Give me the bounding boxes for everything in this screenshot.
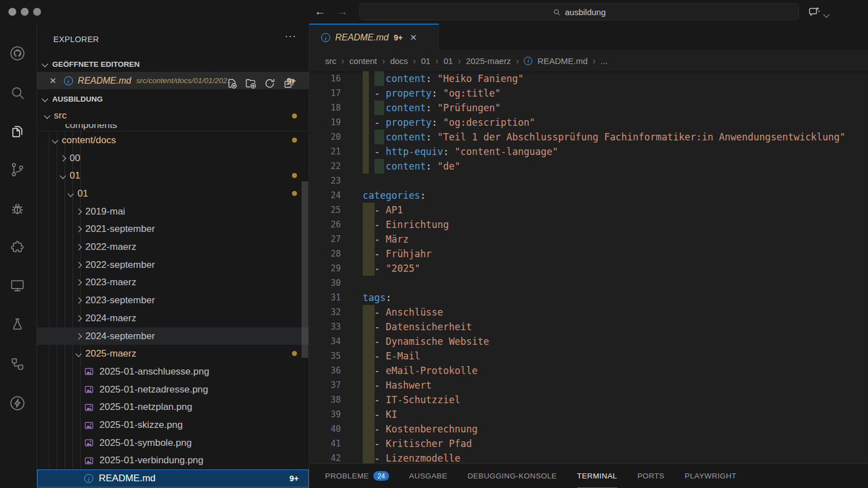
- tree-item-01[interactable]: 01: [37, 167, 309, 185]
- editor-code-area[interactable]: 16 content: "Heiko Fanieng"17 - property…: [309, 71, 868, 463]
- tree-item-2025-01-netzplan-png[interactable]: 2025-01-netzplan.png: [37, 399, 309, 417]
- line-number: 35: [309, 349, 341, 363]
- line-number: 38: [309, 393, 341, 407]
- tree-item-label: 2025-01-skizze.png: [99, 419, 182, 431]
- window-close-button[interactable]: [8, 8, 16, 16]
- tree-item-2025-01-netzadresse-png[interactable]: 2025-01-netzadresse.png: [37, 381, 309, 399]
- tree-item-01[interactable]: 01: [37, 185, 309, 203]
- tree-item-2024-maerz[interactable]: 2024-maerz: [37, 309, 309, 327]
- tree-item-content-docs[interactable]: content/docs: [37, 131, 309, 149]
- code-line-35[interactable]: 35 - E-Mail: [309, 349, 868, 363]
- window-zoom-button[interactable]: [33, 8, 41, 16]
- activity-source-control-icon[interactable]: [9, 161, 27, 179]
- code-line-27[interactable]: 27 - März: [309, 232, 868, 247]
- activity-github-icon[interactable]: [9, 45, 27, 63]
- tree-item-2025-01-verbindung-png[interactable]: 2025-01-verbindung.png: [37, 452, 309, 470]
- window-minimize-button[interactable]: [21, 8, 29, 16]
- tree-item-label: 2024-maerz: [85, 313, 136, 324]
- code-line-26[interactable]: 26 - Einrichtung: [309, 217, 868, 232]
- code-line-36[interactable]: 36 - eMail-Protokolle: [309, 363, 868, 378]
- activity-puzzle-icon[interactable]: [9, 239, 27, 257]
- tree-item-00[interactable]: 00: [37, 149, 309, 167]
- code-text: - IT-Schutzziel: [363, 393, 460, 407]
- breadcrumb-file[interactable]: README.md: [537, 56, 587, 66]
- code-line-32[interactable]: 32 - Anschlüsse: [309, 305, 868, 320]
- activity-debug-icon[interactable]: [9, 200, 27, 218]
- sidebar-scrollbar[interactable]: [301, 181, 308, 358]
- code-line-23[interactable]: 23: [309, 174, 868, 188]
- panel-tab-playwright[interactable]: PLAYWRIGHT: [684, 464, 736, 488]
- tree-item-label: 2025-maerz: [85, 348, 136, 359]
- line-number: 40: [309, 422, 341, 436]
- tree-item-2025-01-symbole-png[interactable]: 2025-01-symbole.png: [37, 434, 309, 452]
- code-line-17[interactable]: 17 - property: "og:title": [309, 86, 868, 101]
- code-line-38[interactable]: 38 - IT-Schutzziel: [309, 393, 868, 407]
- breadcrumb-item[interactable]: 01: [444, 56, 453, 66]
- tree-item-label: 2025-01-anschluesse.png: [99, 366, 209, 377]
- tab-readme[interactable]: i README.md 9+ ✕: [309, 24, 439, 51]
- code-line-39[interactable]: 39 - KI: [309, 407, 868, 422]
- tree-item-2025-01-skizze-png[interactable]: 2025-01-skizze.png: [37, 416, 309, 434]
- activity-hierarchy-icon[interactable]: [9, 355, 27, 373]
- panel-tab-ausgabe[interactable]: AUSGABE: [409, 464, 447, 488]
- tree-item-readme-md[interactable]: iREADME.md9+: [37, 469, 309, 487]
- tree-item-2022-september[interactable]: 2022-september: [37, 256, 309, 274]
- tree-item-src[interactable]: src: [37, 107, 309, 124]
- tree-item-2022-maerz[interactable]: 2022-maerz: [37, 238, 309, 256]
- code-text: - Datensicherheit: [363, 320, 472, 334]
- code-line-20[interactable]: 20 content: "Teil 1 der Abschlussprüfung…: [309, 130, 868, 144]
- tree-item-label: 2021-september: [85, 224, 155, 235]
- code-line-42[interactable]: 42 - Lizenzmodelle: [309, 451, 868, 463]
- panel-tab-probleme[interactable]: PROBLEME24: [325, 464, 389, 488]
- breadcrumb-more[interactable]: ...: [601, 56, 608, 66]
- activity-remote-monitor-icon[interactable]: [9, 277, 27, 295]
- code-line-24[interactable]: 24categories:: [309, 188, 868, 203]
- tree-item-2019-mai[interactable]: 2019-mai: [37, 203, 309, 221]
- panel-tab-label: PORTS: [637, 472, 664, 480]
- line-number: 39: [309, 407, 341, 422]
- breadcrumb-item[interactable]: 2025-maerz: [466, 56, 511, 66]
- nav-forward-button[interactable]: →: [335, 4, 350, 19]
- command-center-search[interactable]: ausbildung: [359, 3, 799, 20]
- tree-item-2024-september[interactable]: 2024-september: [37, 327, 309, 345]
- activity-lightning-icon[interactable]: [9, 395, 27, 413]
- code-line-25[interactable]: 25 - AP1: [309, 203, 868, 217]
- code-line-21[interactable]: 21 - http-equiv: "content-language": [309, 144, 868, 159]
- code-line-34[interactable]: 34 - Dynamische Website: [309, 334, 868, 349]
- tree-item-2023-maerz[interactable]: 2023-maerz: [37, 274, 309, 292]
- code-line-28[interactable]: 28 - Frühjahr: [309, 247, 868, 261]
- panel-tab-terminal[interactable]: TERMINAL: [577, 464, 617, 488]
- breadcrumb-item[interactable]: src: [325, 56, 336, 66]
- activity-testing-beaker-icon[interactable]: [9, 316, 27, 334]
- activity-search-icon[interactable]: [9, 84, 27, 102]
- breadcrumb-item[interactable]: 01: [421, 56, 431, 66]
- copilot-chat-icon[interactable]: [807, 5, 821, 22]
- breadcrumb-separator: ›: [516, 56, 519, 66]
- breadcrumb-item[interactable]: docs: [390, 56, 408, 66]
- code-line-16[interactable]: 16 content: "Heiko Fanieng": [309, 71, 868, 86]
- activity-explorer-icon[interactable]: [9, 123, 27, 141]
- info-icon: i: [524, 57, 532, 65]
- code-line-41[interactable]: 41 - Kritischer Pfad: [309, 436, 868, 451]
- breadcrumb-item[interactable]: content: [349, 56, 377, 66]
- chevron-down-icon[interactable]: [824, 9, 829, 19]
- code-line-22[interactable]: 22 content: "de": [309, 159, 868, 174]
- code-line-33[interactable]: 33 - Datensicherheit: [309, 320, 868, 334]
- nav-back-button[interactable]: ←: [313, 4, 327, 19]
- code-line-30[interactable]: 30: [309, 276, 868, 290]
- close-icon[interactable]: ✕: [410, 33, 417, 43]
- code-line-37[interactable]: 37 - Hashwert: [309, 378, 868, 393]
- tree-item-2025-01-anschluesse-png[interactable]: 2025-01-anschluesse.png: [37, 363, 309, 381]
- code-line-40[interactable]: 40 - Kostenberechnung: [309, 422, 868, 436]
- tree-item-2023-september[interactable]: 2023-september: [37, 291, 309, 309]
- tree-item-2025-maerz[interactable]: 2025-maerz: [37, 345, 309, 363]
- code-line-19[interactable]: 19 - property: "og:description": [309, 115, 868, 130]
- panel-tab-debugging-konsole[interactable]: DEBUGGING-KONSOLE: [468, 464, 557, 488]
- code-line-31[interactable]: 31tags:: [309, 290, 868, 305]
- sticky-divider: [37, 131, 309, 131]
- code-line-18[interactable]: 18 content: "Prüfungen": [309, 101, 868, 115]
- tree-item-2021-september[interactable]: 2021-september: [37, 221, 309, 239]
- panel-tab-ports[interactable]: PORTS: [637, 464, 664, 488]
- code-line-29[interactable]: 29 - "2025": [309, 261, 868, 276]
- modified-dot: [292, 113, 297, 118]
